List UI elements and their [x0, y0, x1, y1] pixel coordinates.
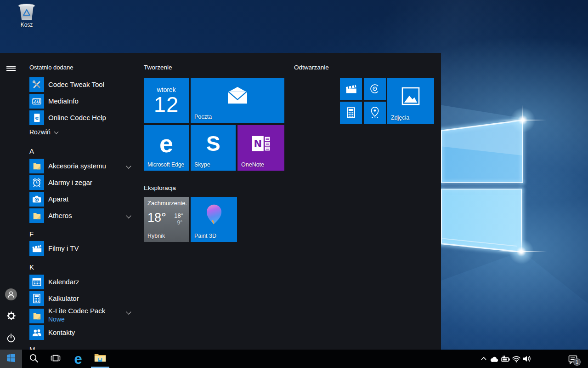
gear-icon — [6, 310, 17, 323]
tile-paint-3d[interactable]: Paint 3D — [191, 197, 237, 242]
letter-header-m[interactable]: M — [29, 345, 35, 350]
tile-microsoft-edge[interactable]: e Microsoft Edge — [144, 125, 189, 171]
start-button[interactable] — [0, 350, 22, 368]
online-codec-help-icon: e — [29, 110, 44, 125]
maps-icon — [364, 102, 386, 124]
app-item-akcesoria-systemu[interactable]: Akcesoria systemu — [29, 158, 133, 174]
tile-zdjecia[interactable]: Zdjęcia — [387, 78, 434, 124]
tile-onenote[interactable]: N OneNote — [237, 125, 284, 171]
app-item-label: Online Codec Help — [48, 109, 106, 126]
app-item-codec-tweak-tool[interactable]: Codec Tweak Tool — [29, 76, 133, 93]
tray-network[interactable] — [512, 355, 521, 365]
app-item-k-lite-codec-pack[interactable]: K-Lite Codec Pack Nowe — [29, 306, 133, 324]
power-button[interactable] — [0, 328, 22, 350]
calendar-icon — [29, 275, 44, 289]
expand-start-menu-button[interactable] — [0, 57, 22, 79]
letter-header-k[interactable]: K — [29, 263, 34, 272]
light-ray — [497, 251, 547, 252]
app-item-label: MediaInfo — [48, 93, 79, 109]
tile-poczta[interactable]: Poczta — [191, 78, 284, 123]
edge-taskbar-button[interactable]: e — [67, 350, 89, 368]
recycle-bin-icon — [12, 4, 41, 20]
mail-icon — [191, 78, 284, 114]
wifi-icon — [512, 355, 521, 365]
hamburger-icon — [6, 64, 16, 72]
tile-group-title[interactable]: Odtwarzanie — [294, 64, 329, 71]
expand-recent-button[interactable]: Rozwiń — [29, 128, 58, 136]
chevron-down-icon[interactable] — [126, 163, 131, 168]
tile-label: OneNote — [241, 161, 264, 168]
app-item-filmy-i-tv[interactable]: Filmy i TV — [29, 240, 133, 257]
tile-mapy-small[interactable] — [364, 102, 386, 124]
tile-skype[interactable]: S Skype — [191, 125, 236, 171]
app-item-atheros[interactable]: Atheros — [29, 207, 133, 224]
tile-filmy-i-tv-small[interactable] — [340, 78, 362, 100]
svg-text:(i): (i) — [34, 99, 40, 104]
app-item-kalkulator[interactable]: Kalkulator — [29, 290, 133, 307]
tile-pogoda[interactable]: Zachmurzenie... 18° 18° 9° Rybnik — [144, 197, 189, 242]
app-item-kalendarz[interactable]: Kalendarz — [29, 274, 133, 290]
app-item-label: Kontakty — [48, 324, 75, 341]
windows-logo-icon — [7, 354, 15, 364]
app-item-kontakty[interactable]: Kontakty — [29, 324, 133, 341]
tray-volume[interactable] — [523, 355, 531, 364]
groove-music-icon — [364, 78, 386, 100]
pane-edge-glow — [441, 190, 442, 243]
tile-kalendarz[interactable]: wtorek 12 — [144, 78, 189, 123]
weather-temp: 18° — [147, 211, 166, 225]
folder-icon — [29, 208, 44, 223]
tray-battery[interactable] — [501, 355, 510, 365]
pane-edge-glow — [441, 130, 442, 183]
search-button[interactable] — [23, 350, 45, 368]
edge-icon: e — [144, 125, 189, 161]
movies-tv-icon — [340, 78, 362, 100]
app-item-mediainfo[interactable]: (i) MediaInfo — [29, 93, 133, 109]
calendar-day: 12 — [144, 92, 189, 117]
app-item-label: Kalendarz — [48, 274, 79, 290]
tile-group-title[interactable]: Eksploracja — [144, 184, 176, 191]
new-badge: Nowe — [48, 316, 65, 323]
tile-muzyka-groove-small[interactable] — [364, 78, 386, 100]
tray-show-hidden-icons[interactable] — [481, 355, 487, 363]
tile-kalkulator-small[interactable] — [340, 102, 362, 124]
skype-icon: S — [191, 125, 236, 161]
mediainfo-icon: (i) — [29, 94, 44, 109]
task-view-icon — [51, 353, 61, 365]
task-view-button[interactable] — [45, 350, 67, 368]
tile-label: Microsoft Edge — [147, 161, 184, 168]
recycle-bin-label: Kosz — [12, 22, 41, 28]
app-item-alarmy-i-zegar[interactable]: Alarmy i zegar — [29, 174, 133, 191]
codec-tweak-icon — [29, 77, 44, 92]
calculator-icon — [340, 102, 362, 124]
file-explorer-button[interactable] — [89, 350, 111, 368]
folder-icon — [29, 309, 44, 323]
speaker-icon — [523, 355, 531, 364]
letter-header-f[interactable]: F — [29, 230, 34, 239]
tile-label: Zdjęcia — [391, 115, 409, 121]
tray-onedrive[interactable] — [489, 355, 499, 365]
expand-label: Rozwiń — [29, 128, 51, 136]
file-explorer-icon — [94, 352, 107, 365]
camera-icon — [29, 192, 44, 207]
power-icon — [6, 333, 17, 345]
onedrive-cloud-icon — [489, 355, 499, 365]
app-item-label: Alarmy i zegar — [48, 174, 92, 191]
folder-icon — [29, 159, 44, 173]
app-item-aparat[interactable]: Aparat — [29, 191, 133, 207]
start-menu: Ostatnio dodane Codec Tweak Tool (i) Med… — [0, 53, 441, 350]
notification-count-badge[interactable]: 1 — [573, 358, 581, 366]
svg-text:e: e — [35, 115, 39, 121]
letter-header-a[interactable]: A — [29, 147, 34, 156]
user-account-button[interactable] — [0, 283, 22, 305]
people-icon — [29, 325, 44, 340]
movies-tv-icon — [29, 241, 44, 256]
calculator-icon — [29, 291, 44, 306]
settings-button[interactable] — [0, 305, 22, 328]
app-item-label: Filmy i TV — [48, 240, 79, 257]
tile-group-title[interactable]: Tworzenie — [144, 64, 172, 71]
app-item-online-codec-help[interactable]: e Online Codec Help — [29, 109, 133, 126]
chevron-down-icon[interactable] — [126, 213, 131, 218]
search-icon — [29, 353, 39, 365]
chevron-down-icon[interactable] — [126, 309, 131, 314]
recycle-bin[interactable]: Kosz — [12, 4, 41, 28]
